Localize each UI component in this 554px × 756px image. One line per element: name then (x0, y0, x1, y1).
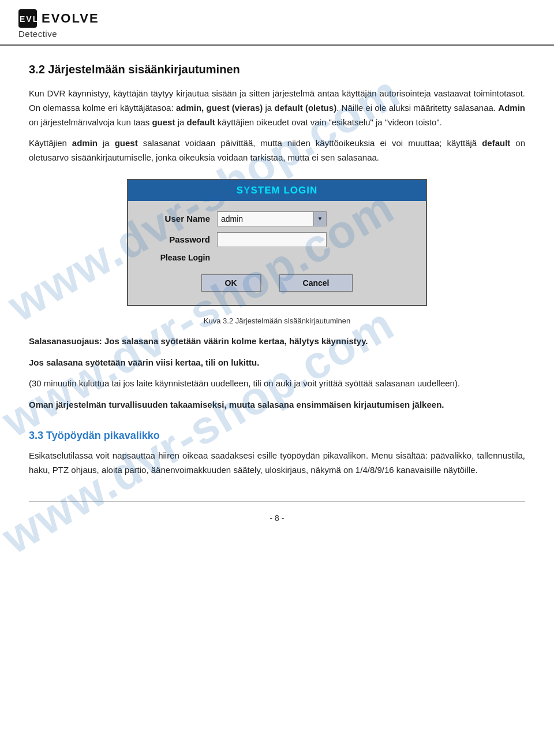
section-32-para1: Kun DVR käynnistyy, käyttäjän täytyy kir… (29, 87, 525, 129)
password-input[interactable] (217, 232, 327, 247)
section-33-title-text: Työpöydän pikavalikko (46, 430, 160, 441)
password-field: Password (142, 232, 412, 247)
password-note2: Jos salasana syötetään väärin viisi kert… (29, 356, 525, 370)
please-login-row: Please Login (142, 253, 412, 262)
please-login-label: Please Login (142, 253, 217, 262)
logo-evolve: EVL EVOLVE (17, 8, 99, 29)
header: EVL EVOLVE Detective (0, 0, 554, 46)
section-33-para: Esikatselutilassa voit napsauttaa hiiren… (29, 449, 525, 478)
cancel-button[interactable]: Cancel (279, 274, 354, 292)
dialog-body: User Name admin ▼ Password Please Login (128, 201, 426, 305)
brand-name: EVOLVE (42, 11, 99, 26)
username-value: admin (221, 214, 243, 224)
svg-text:EVL: EVL (20, 14, 38, 24)
product-name: Detective (18, 29, 57, 39)
dialog-buttons: OK Cancel (142, 274, 412, 292)
dialog-title: SYSTEM LOGIN (128, 180, 426, 201)
figure-caption: Kuva 3.2 Järjestelmään sisäänkirjautumin… (29, 316, 525, 325)
evolve-logo-icon: EVL (17, 8, 38, 29)
ok-button[interactable]: OK (201, 274, 261, 292)
section-32-heading: 3.2 Järjestelmään sisäänkirjautuminen (29, 63, 525, 76)
password-note3: (30 minuutin kuluttua tai jos laite käyn… (29, 377, 525, 391)
dialog-container: SYSTEM LOGIN User Name admin ▼ Password (29, 179, 525, 306)
page-number: - 8 - (29, 501, 525, 528)
dropdown-arrow-icon[interactable]: ▼ (313, 212, 326, 226)
main-content: 3.2 Järjestelmään sisäänkirjautuminen Ku… (0, 46, 554, 501)
section-33-number: 3.3 (29, 430, 43, 441)
username-label: User Name (142, 214, 217, 224)
username-input[interactable]: admin ▼ (217, 211, 327, 226)
logo-area: EVL EVOLVE Detective (17, 8, 99, 39)
section-32-para2: Käyttäjien admin ja guest salasanat void… (29, 136, 525, 165)
password-note1: Salasanasuojaus: Jos salasana syötetään … (29, 334, 525, 349)
system-login-dialog: SYSTEM LOGIN User Name admin ▼ Password (127, 179, 427, 306)
section-33-heading: 3.3 Työpöydän pikavalikko (29, 430, 525, 442)
username-field: User Name admin ▼ (142, 211, 412, 226)
password-label: Password (142, 234, 217, 244)
password-note4: Oman järjestelmän turvallisuuden takaami… (29, 398, 525, 412)
